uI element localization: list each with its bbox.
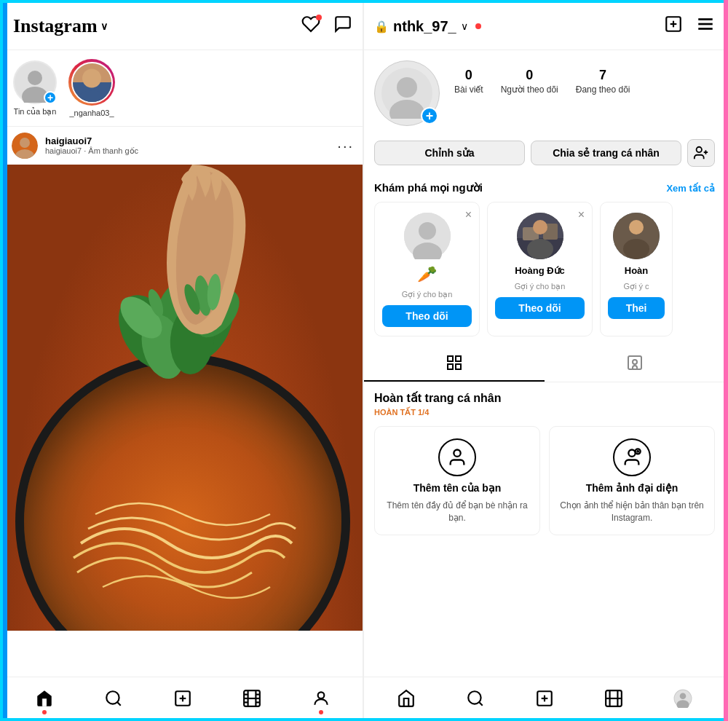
- hand-svg: [149, 165, 280, 339]
- card-close-icon-1[interactable]: ×: [465, 208, 472, 221]
- svg-point-50: [419, 222, 436, 240]
- notification-dot: [316, 15, 322, 20]
- card-avatar-1: [404, 213, 451, 259]
- complete-card-name-desc: Thêm tên đầy đủ để bạn bè nhận ra bạn.: [384, 500, 531, 524]
- tab-grid[interactable]: [364, 345, 545, 382]
- card-close-icon-2[interactable]: ×: [578, 208, 585, 221]
- stat-posts: 0 Bài viết: [454, 68, 483, 95]
- stat-followers-number: 0: [526, 68, 533, 83]
- story-item-nganha[interactable]: _nganha03_: [68, 59, 115, 117]
- right-home-nav-icon[interactable]: [397, 689, 416, 713]
- stat-followers-label: Người theo dõi: [501, 84, 558, 95]
- svg-point-67: [454, 450, 460, 457]
- stat-posts-label: Bài viết: [454, 84, 483, 95]
- story-item[interactable]: + Tin của bạn: [13, 60, 57, 117]
- tabs-row: [364, 345, 725, 382]
- post-user-text: haigiauoi7 haigiauoi7 · Âm thanh gốc: [45, 135, 138, 156]
- username-chevron-icon[interactable]: ∨: [461, 20, 468, 32]
- edit-profile-button[interactable]: Chỉnh sửa: [374, 141, 525, 165]
- svg-line-73: [479, 702, 483, 706]
- svg-rect-64: [456, 364, 461, 369]
- post-username: haigiauoi7: [45, 135, 138, 146]
- complete-card-name: Thêm tên của bạn Thêm tên đầy đủ để bạn …: [374, 426, 540, 535]
- follow-button-2[interactable]: Theo dõi: [495, 297, 585, 319]
- svg-point-5: [82, 68, 101, 87]
- card-avatar-2: [517, 213, 563, 259]
- profile-add-btn[interactable]: +: [421, 107, 438, 125]
- svg-rect-65: [628, 356, 641, 369]
- right-search-nav-icon[interactable]: [466, 689, 485, 713]
- svg-point-72: [468, 691, 480, 704]
- profile-section: + 0 Bài viết 0 Người theo dõi 7 Đang the…: [364, 50, 725, 133]
- share-profile-button[interactable]: Chia sẻ trang cá nhân: [531, 141, 681, 165]
- right-reels-nav-icon[interactable]: [604, 689, 623, 713]
- hamburger-icon[interactable]: [696, 15, 715, 39]
- home-nav-dot: [42, 710, 47, 714]
- post-avatar[interactable]: [12, 133, 38, 159]
- right-profile-nav-icon[interactable]: [673, 689, 692, 713]
- person-add-button[interactable]: [687, 139, 715, 167]
- instagram-title: Instagram: [13, 15, 98, 37]
- right-bottom-nav: [364, 677, 725, 721]
- post-header: haigiauoi7 haigiauoi7 · Âm thanh gốc ···: [3, 127, 363, 165]
- add-square-icon[interactable]: [664, 15, 683, 39]
- stat-following: 7 Đang theo dõi: [576, 68, 630, 95]
- header-red-dot: [475, 23, 481, 29]
- lock-icon: 🔒: [374, 20, 389, 34]
- story-label-self: Tin của bạn: [14, 107, 57, 117]
- post-more-icon[interactable]: ···: [337, 138, 354, 154]
- left-bottom-nav: [3, 677, 363, 721]
- follow-button-1[interactable]: Theo dõi: [382, 305, 472, 327]
- right-header: 🔒 nthk_97_ ∨: [364, 3, 725, 50]
- complete-cards: Thêm tên của bạn Thêm tên đầy đủ để bạn …: [374, 426, 715, 535]
- svg-point-1: [28, 71, 42, 85]
- right-create-nav-icon[interactable]: [535, 689, 554, 713]
- story-label-nganha: _nganha03_: [69, 109, 114, 117]
- story-inner-avatar: [71, 62, 113, 103]
- complete-profile-progress: HOÀN TẤT 1/4: [374, 408, 715, 417]
- svg-point-8: [20, 138, 30, 148]
- right-pink-border: [724, 3, 725, 721]
- profile-avatar-wrap: +: [374, 60, 440, 126]
- post-subtitle: haigiauoi7 · Âm thanh gốc: [45, 146, 138, 156]
- post-user-info: haigiauoi7 haigiauoi7 · Âm thanh gốc: [12, 133, 138, 159]
- create-nav-icon[interactable]: [173, 689, 192, 713]
- card-suggestion-1: Gợi ý cho bạn: [402, 290, 453, 299]
- profile-nav-icon[interactable]: [312, 689, 331, 713]
- tab-tagged[interactable]: [545, 345, 725, 382]
- card-carrot-icon: 🥕: [417, 265, 437, 284]
- chevron-down-icon[interactable]: ∨: [100, 20, 108, 33]
- right-username: nthk_97_: [393, 18, 456, 35]
- svg-point-60: [623, 239, 649, 259]
- complete-card-photo-desc: Chọn ảnh thể hiện bản thân bạn trên Inst…: [558, 500, 705, 524]
- svg-point-66: [633, 360, 637, 364]
- messenger-icon[interactable]: [333, 15, 352, 39]
- post-container: haigiauoi7 haigiauoi7 · Âm thanh gốc ···: [3, 127, 363, 677]
- card-name-2: Hoàng Đức: [515, 265, 565, 276]
- stat-posts-number: 0: [465, 68, 472, 83]
- card-avatar-3: [613, 213, 660, 259]
- header-icons: [301, 15, 352, 39]
- home-nav-icon[interactable]: [35, 689, 54, 713]
- complete-card-name-title: Thêm tên của bạn: [414, 482, 502, 494]
- svg-point-46: [697, 147, 702, 152]
- discover-title: Khám phá mọi người: [374, 181, 483, 194]
- search-nav-icon[interactable]: [104, 689, 123, 713]
- complete-profile-title: Hoàn tất trang cá nhân: [374, 391, 715, 405]
- complete-profile-section: Hoàn tất trang cá nhân HOÀN TẤT 1/4 Thêm…: [364, 382, 725, 677]
- stat-following-label: Đang theo dõi: [576, 84, 630, 95]
- stat-followers: 0 Người theo dõi: [501, 68, 558, 95]
- svg-line-24: [117, 702, 121, 706]
- discover-header: Khám phá mọi người Xem tất cả: [374, 181, 715, 194]
- right-header-icons: [664, 15, 715, 39]
- add-story-btn[interactable]: +: [44, 91, 57, 104]
- svg-point-23: [106, 691, 119, 704]
- card-name-3: Hoàn: [625, 265, 649, 276]
- right-username-row: 🔒 nthk_97_ ∨: [374, 18, 481, 35]
- follow-button-3[interactable]: Thei: [608, 297, 665, 319]
- view-all-link[interactable]: Xem tất cả: [666, 183, 715, 194]
- profile-stats: 0 Bài viết 0 Người theo dõi 7 Đang theo …: [454, 60, 630, 95]
- heart-icon[interactable]: [301, 15, 320, 39]
- left-blue-border: [3, 3, 7, 721]
- reels-nav-icon[interactable]: [242, 689, 261, 713]
